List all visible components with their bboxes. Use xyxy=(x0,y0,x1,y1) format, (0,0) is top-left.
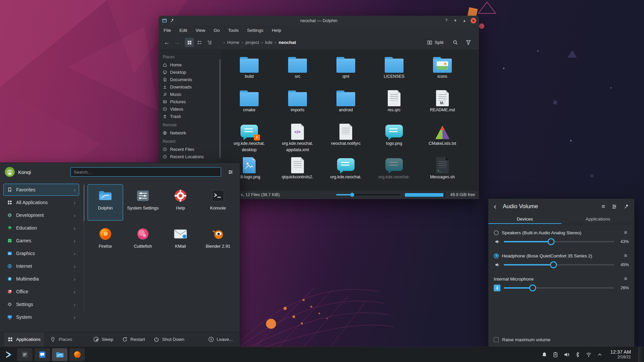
speaker-icon[interactable] xyxy=(494,238,500,245)
radio-button-selected[interactable] xyxy=(494,253,499,258)
file-android[interactable]: android xyxy=(323,90,369,124)
close-button[interactable]: × xyxy=(471,18,476,23)
radio-button[interactable] xyxy=(494,230,499,235)
speaker-icon[interactable] xyxy=(494,261,500,268)
menu-file[interactable]: File xyxy=(164,28,171,33)
place-trash[interactable]: Trash xyxy=(159,113,221,120)
app-kmail[interactable]: KMail xyxy=(163,223,198,259)
file-messages-sh[interactable]: ›_Messages.sh xyxy=(420,157,465,190)
menu-settings[interactable]: Settings xyxy=(247,28,264,33)
raise-volume-checkbox[interactable] xyxy=(494,337,499,342)
zoom-slider[interactable] xyxy=(336,194,400,195)
file-neochat-json[interactable]: org.kde.neochat. xyxy=(323,157,369,190)
place-recent-files[interactable]: Recent Files xyxy=(159,145,221,153)
expand-tray-chevron-icon[interactable] xyxy=(597,352,603,358)
launcher-scrollbar[interactable] xyxy=(84,184,85,312)
file-qml[interactable]: qml xyxy=(323,57,369,90)
category-settings[interactable]: Settings› xyxy=(3,298,79,310)
show-desktop-button[interactable] xyxy=(639,347,642,362)
configure-icon[interactable] xyxy=(226,167,235,177)
file-licenses[interactable]: LICENSES xyxy=(371,57,417,90)
notifications-bell-icon[interactable] xyxy=(541,352,547,358)
network-wifi-icon[interactable] xyxy=(586,352,592,358)
filter-icon[interactable] xyxy=(464,38,473,47)
avatar[interactable] xyxy=(5,167,15,177)
back-button[interactable]: ← xyxy=(163,39,171,46)
place-documents[interactable]: Documents xyxy=(159,76,221,83)
compact-view-button[interactable] xyxy=(195,38,204,47)
microphone-icon[interactable] xyxy=(494,285,500,291)
breadcrumb-home[interactable]: Home xyxy=(227,40,239,45)
category-multimedia[interactable]: Multimedia› xyxy=(3,273,79,285)
tab-applications[interactable]: Applications xyxy=(4,332,44,347)
file-src[interactable]: src xyxy=(275,57,320,90)
task-chat[interactable] xyxy=(35,348,50,361)
volume-slider[interactable] xyxy=(504,264,614,265)
help-titlebar-button[interactable]: ? xyxy=(443,18,449,23)
mixer-icon[interactable] xyxy=(611,204,617,209)
menu-help[interactable]: Help xyxy=(272,28,281,33)
task-editor[interactable] xyxy=(17,348,33,361)
file-notifyrc[interactable]: neochat.notifyrc xyxy=(323,124,369,157)
file-logo-png[interactable]: logo.png xyxy=(371,124,417,157)
breadcrumb-kde[interactable]: kde xyxy=(265,40,273,45)
place-desktop[interactable]: Desktop xyxy=(159,68,221,76)
search-icon[interactable] xyxy=(451,38,460,47)
place-network[interactable]: Network xyxy=(159,129,221,136)
menu-icon[interactable]: ≡ xyxy=(601,203,605,210)
search-input[interactable] xyxy=(70,167,221,177)
file-neochat-notification[interactable]: org.kde.neochat- xyxy=(371,157,417,190)
forward-button[interactable]: → xyxy=(173,39,181,46)
place-pictures[interactable]: Pictures xyxy=(159,98,221,105)
dolphin-titlebar[interactable]: neochat — Dolphin ? ▾ ▴ × xyxy=(159,16,479,25)
category-internet[interactable]: Internet› xyxy=(3,260,79,272)
category-education[interactable]: Education› xyxy=(3,222,79,234)
menu-go[interactable]: Go xyxy=(214,28,220,33)
device-menu-icon[interactable]: ≡ xyxy=(622,276,629,282)
app-firefox[interactable]: Firefox xyxy=(88,223,123,259)
icons-view-button[interactable] xyxy=(185,38,194,47)
file-res-qrc[interactable]: res.qrc xyxy=(371,90,417,124)
file-build[interactable]: build xyxy=(226,57,272,90)
file-appdata-xml[interactable]: </>org.kde.neochat.appdata.xml xyxy=(275,124,320,157)
app-system-settings[interactable]: System Settings xyxy=(125,184,161,221)
app-blender[interactable]: Blender 2.91 xyxy=(200,223,236,259)
menu-view[interactable]: View xyxy=(196,28,205,33)
tab-applications[interactable]: Applications xyxy=(561,214,635,224)
category-graphics[interactable]: Graphics› xyxy=(3,247,79,259)
menu-tools[interactable]: Tools xyxy=(228,28,239,33)
device-menu-icon[interactable]: ≡ xyxy=(622,253,629,259)
file-qtquickcontrols[interactable]: qtquickcontrols2. xyxy=(275,157,320,190)
leave-button[interactable]: Leave... xyxy=(205,337,236,342)
task-dolphin[interactable] xyxy=(52,348,67,361)
maximize-button[interactable]: ▴ xyxy=(462,18,467,23)
place-home[interactable]: Home xyxy=(159,61,221,68)
places-scrollbar[interactable] xyxy=(219,59,221,158)
application-launcher-button[interactable] xyxy=(0,347,16,362)
sleep-button[interactable]: Sleep xyxy=(90,337,116,342)
tab-devices[interactable]: Devices xyxy=(488,214,561,224)
clock[interactable]: 12:37 AM 2/16/21 xyxy=(610,349,631,359)
details-view-button[interactable] xyxy=(205,38,214,47)
place-videos[interactable]: Videos xyxy=(159,105,221,113)
task-firefox[interactable] xyxy=(69,348,85,361)
bluetooth-icon[interactable] xyxy=(575,352,581,358)
file-icons[interactable]: icons xyxy=(420,57,465,90)
place-recent-locations[interactable]: Recent Locations xyxy=(159,153,221,160)
back-chevron-icon[interactable]: ‹ xyxy=(494,202,498,210)
volume-slider[interactable] xyxy=(504,287,614,289)
place-music[interactable]: Music xyxy=(159,90,221,98)
category-all-applications[interactable]: All Applications› xyxy=(3,196,79,208)
app-konsole[interactable]: Konsole xyxy=(200,184,236,221)
category-office[interactable]: Office› xyxy=(3,286,79,298)
minimize-button[interactable]: ▾ xyxy=(452,18,458,23)
pin-icon[interactable] xyxy=(170,18,174,23)
category-favorites[interactable]: Favorites› xyxy=(3,184,79,196)
file-readme[interactable]: M↓README.md xyxy=(420,90,465,124)
file-cmakelists[interactable]: CMakeLists.txt xyxy=(420,124,465,157)
place-downloads[interactable]: Downloads xyxy=(159,83,221,90)
breadcrumb-project[interactable]: project xyxy=(246,40,259,45)
file-imports[interactable]: imports xyxy=(275,90,320,124)
app-help[interactable]: Help xyxy=(163,184,198,221)
menu-edit[interactable]: Edit xyxy=(179,28,187,33)
